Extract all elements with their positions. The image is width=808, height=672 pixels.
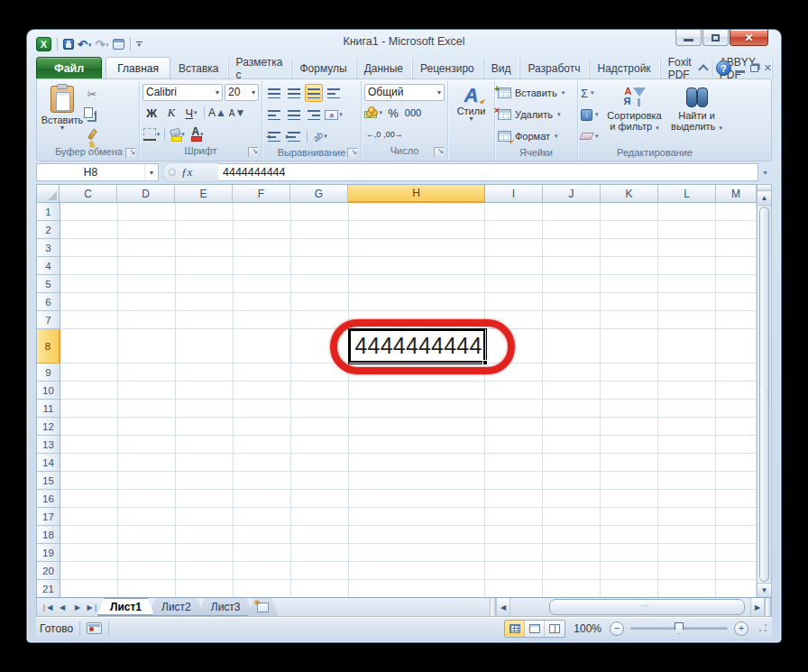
decrease-decimal-button[interactable]: ,00→ [384, 125, 402, 143]
scrollbar-thumb[interactable] [549, 599, 745, 615]
grid-cell[interactable] [716, 364, 757, 382]
excel-app-icon[interactable]: X [36, 37, 51, 51]
grid-cell[interactable] [658, 203, 716, 221]
grid-cell[interactable] [118, 454, 176, 472]
grid-cell[interactable] [234, 275, 291, 293]
grid-cell[interactable] [716, 580, 757, 597]
grid-cell[interactable] [716, 329, 757, 364]
grid-cell[interactable] [176, 293, 234, 311]
qat-custom-button[interactable] [113, 39, 124, 50]
row-header[interactable]: 18 [37, 526, 60, 544]
grid-cell[interactable] [716, 526, 757, 544]
grid-cell[interactable] [658, 472, 716, 490]
grid-cell[interactable] [118, 562, 176, 580]
grid-cell[interactable] [234, 257, 291, 275]
grid-cell[interactable] [716, 472, 757, 490]
grid-cell[interactable] [176, 221, 234, 239]
increase-indent-button[interactable]: ▸ [285, 127, 303, 145]
grid-cell[interactable] [601, 293, 658, 311]
minimize-ribbon-icon[interactable] [696, 62, 711, 75]
grid-cell[interactable] [291, 526, 349, 544]
grid-cell[interactable] [349, 526, 486, 544]
sheet-tab[interactable]: Лист3 [198, 598, 253, 616]
grid-cell[interactable] [601, 562, 658, 580]
grid-cell[interactable] [176, 329, 234, 364]
grid-cell[interactable] [60, 293, 118, 311]
zoom-out-button[interactable]: − [610, 621, 624, 636]
grid-cell[interactable] [485, 400, 543, 418]
decrease-indent-button[interactable]: ◂ [265, 127, 283, 145]
grid-cell[interactable] [176, 382, 234, 400]
grid-cell[interactable] [234, 203, 291, 221]
grid-cell[interactable] [716, 221, 757, 239]
grid-cell[interactable] [349, 311, 486, 329]
row-header[interactable]: 3 [37, 239, 60, 257]
fill-color-button[interactable]: ▾ [169, 125, 187, 143]
dialog-launcher-icon[interactable] [248, 147, 258, 157]
grid-cell[interactable] [716, 293, 757, 311]
styles-button[interactable]: А Стили▾ [451, 83, 491, 145]
row-header[interactable]: 8 [37, 329, 60, 364]
grid-cell[interactable] [716, 418, 757, 436]
insert-cells-button[interactable]: Вставить▾ [498, 83, 574, 103]
zoom-level[interactable]: 100% [574, 622, 601, 635]
grid-cell[interactable] [234, 239, 291, 257]
grid-cell[interactable] [291, 239, 349, 257]
grid-cell[interactable] [349, 221, 486, 239]
increase-decimal-button[interactable]: ←,0 [364, 125, 382, 143]
grid-cell[interactable] [118, 580, 176, 597]
grid-cell[interactable] [349, 418, 486, 436]
grid-cell[interactable] [658, 221, 716, 239]
scroll-right-icon[interactable]: ▶ [750, 598, 765, 616]
grid-cell[interactable] [485, 526, 543, 544]
select-all-corner[interactable] [37, 185, 60, 203]
grid-cell[interactable] [349, 508, 486, 526]
grid-cell[interactable] [543, 203, 601, 221]
grid-cell[interactable] [234, 508, 291, 526]
grid-cell[interactable] [118, 364, 176, 382]
grid-cell[interactable] [176, 454, 234, 472]
grid-cell[interactable] [658, 508, 716, 526]
grid-cell[interactable] [291, 580, 349, 597]
currency-format-button[interactable]: ▾ [364, 104, 382, 122]
grid-cell[interactable] [349, 275, 486, 293]
grid-cell[interactable] [601, 472, 658, 490]
save-button[interactable] [63, 39, 74, 50]
row-header[interactable]: 16 [37, 490, 60, 508]
grid-cell[interactable] [349, 544, 486, 562]
grid-cell[interactable] [291, 203, 349, 221]
grid-cell[interactable] [543, 490, 601, 508]
grid-cell[interactable] [543, 526, 601, 544]
grid-cell[interactable] [485, 257, 543, 275]
grid-cell[interactable] [601, 418, 658, 436]
grid-cell[interactable] [176, 364, 234, 382]
grid-cell[interactable] [485, 544, 543, 562]
grid-cell[interactable] [485, 293, 543, 311]
italic-button[interactable]: К [162, 104, 180, 122]
grid-cell[interactable] [349, 293, 486, 311]
grid-cell[interactable] [118, 400, 176, 418]
grid-cell[interactable] [349, 257, 486, 275]
scroll-left-icon[interactable]: ◀ [496, 598, 510, 616]
grid-cell[interactable] [601, 275, 658, 293]
grid-cell[interactable] [349, 400, 486, 418]
grid-cell[interactable] [60, 436, 118, 454]
grid-cell[interactable] [349, 382, 486, 400]
page-break-view-button[interactable] [545, 621, 565, 637]
fill-handle[interactable] [482, 360, 488, 365]
grid-cell[interactable] [601, 239, 658, 257]
redo-button[interactable]: ↷▾ [95, 39, 108, 51]
grid-cell[interactable] [658, 418, 716, 436]
grid-cell[interactable] [234, 418, 291, 436]
sort-filter-button[interactable]: АЯ Сортировкаи фильтр ▾ [602, 83, 667, 146]
customize-qat-button[interactable]: ▾ [136, 41, 142, 47]
ribbon-tab[interactable]: Разработч [519, 59, 589, 78]
grid-cell[interactable] [234, 329, 291, 364]
close-button[interactable]: ✕ [730, 30, 768, 46]
chevron-down-icon[interactable]: ▾ [88, 41, 92, 48]
grid-cell[interactable] [485, 454, 543, 472]
grid-cell[interactable] [60, 454, 118, 472]
grid-cell[interactable] [485, 436, 543, 454]
grid-cell[interactable] [118, 472, 176, 490]
grid-cell[interactable] [601, 544, 658, 562]
